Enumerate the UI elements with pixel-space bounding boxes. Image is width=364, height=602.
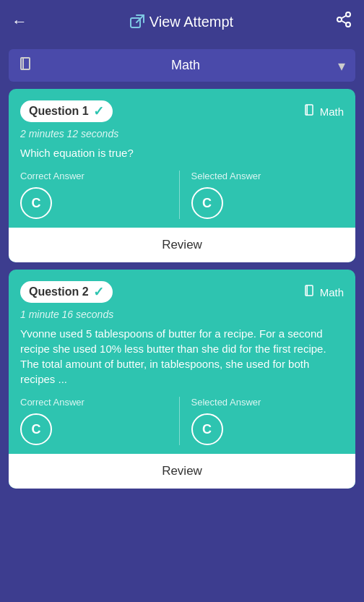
svg-point-3 — [346, 22, 350, 27]
question-time-1: 2 minutes 12 seconds — [20, 128, 344, 139]
external-link-icon — [129, 14, 145, 30]
question-label-1: Question 1 — [29, 105, 89, 118]
correct-answer-section-1: Correct Answer C — [20, 171, 179, 219]
selected-answer-circle-2: C — [191, 413, 223, 445]
selected-answer-label-1: Selected Answer — [191, 171, 261, 181]
chevron-down-icon: ▾ — [338, 57, 345, 74]
review-button-1[interactable]: Review — [9, 228, 355, 262]
back-button[interactable]: ← — [12, 12, 27, 31]
question-badge-2: Question 2 ✓ — [20, 281, 113, 303]
page-title: View Attempt — [150, 14, 233, 30]
question-body-1: Question 1 ✓ Math 2 minutes 12 seconds W… — [9, 89, 355, 228]
svg-point-2 — [337, 17, 342, 22]
svg-rect-7 — [22, 58, 24, 69]
review-button-2[interactable]: Review — [9, 454, 355, 489]
svg-line-5 — [342, 16, 347, 19]
question-subject-2: Math — [304, 285, 344, 299]
question-badge-1: Question 1 ✓ — [20, 100, 113, 122]
question-card-1: Question 1 ✓ Math 2 minutes 12 seconds W… — [9, 89, 355, 262]
selected-answer-circle-1: C — [191, 187, 223, 219]
correct-answer-circle-2: C — [20, 413, 52, 445]
question-subject-1: Math — [304, 104, 344, 119]
correct-answer-section-2: Correct Answer C — [20, 397, 179, 445]
subject-name-2: Math — [320, 286, 344, 298]
svg-rect-9 — [306, 105, 308, 115]
subject-book-icon — [19, 56, 33, 74]
question-time-2: 1 minute 16 seconds — [20, 309, 344, 320]
question-text-2: Yvonne used 5 tablespoons of butter for … — [20, 326, 344, 387]
correct-answer-circle-1: C — [20, 187, 52, 219]
selected-answer-section-2: Selected Answer C — [179, 397, 344, 445]
question-label-2: Question 2 — [29, 285, 89, 298]
subject-name-1: Math — [320, 106, 344, 118]
correct-answer-label-2: Correct Answer — [20, 397, 84, 408]
app-header: ← View Attempt — [0, 0, 364, 43]
question-text-1: Which equation is true? — [20, 145, 344, 160]
subject-icon-2 — [304, 285, 316, 299]
correct-check-icon-1: ✓ — [93, 103, 104, 119]
selected-answer-section-1: Selected Answer C — [179, 171, 344, 219]
subject-dropdown[interactable]: Math ▾ — [9, 49, 355, 82]
svg-line-4 — [342, 21, 347, 24]
share-button[interactable] — [335, 11, 352, 33]
question-card-2: Question 2 ✓ Math 1 minute 16 seconds Yv… — [9, 270, 355, 489]
correct-answer-label-1: Correct Answer — [20, 171, 84, 181]
subject-icon-1 — [304, 104, 316, 119]
svg-point-1 — [346, 12, 350, 17]
subject-label: Math — [40, 58, 331, 73]
answers-row-2: Correct Answer C Selected Answer C — [20, 397, 344, 445]
question-header-1: Question 1 ✓ Math — [20, 100, 344, 122]
svg-rect-11 — [306, 285, 308, 296]
header-title-group: View Attempt — [129, 14, 233, 30]
svg-rect-6 — [21, 58, 30, 69]
selected-answer-label-2: Selected Answer — [191, 397, 261, 408]
questions-list: Question 1 ✓ Math 2 minutes 12 seconds W… — [0, 89, 364, 489]
correct-check-icon-2: ✓ — [93, 284, 104, 300]
answers-row-1: Correct Answer C Selected Answer C — [20, 171, 344, 219]
question-body-2: Question 2 ✓ Math 1 minute 16 seconds Yv… — [9, 270, 355, 454]
question-header-2: Question 2 ✓ Math — [20, 281, 344, 303]
